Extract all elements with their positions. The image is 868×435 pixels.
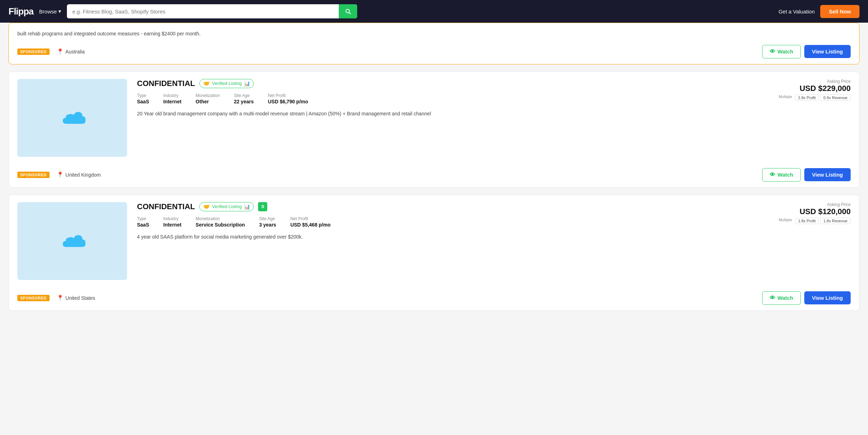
sponsored-badge-0: SPONSORED xyxy=(17,172,50,178)
listing-card-0: CONFIDENTIAL 🤝 Verified Listing 📊 Type S… xyxy=(8,71,860,188)
meta-industry-1: Industry Internet xyxy=(163,216,181,228)
location-icon: 📍 xyxy=(57,48,64,55)
footer-left-0: SPONSORED 📍 United Kingdom xyxy=(17,171,101,178)
meta-industry-0: Industry Internet xyxy=(163,93,181,104)
watch-button-0[interactable]: 👁 Watch xyxy=(762,168,800,182)
eye-icon-0: 👁 xyxy=(770,172,775,178)
sponsored-badge: SPONSORED xyxy=(17,48,50,55)
listing-card-1: CONFIDENTIAL 🤝 Verified Listing 📊 S Type xyxy=(8,195,860,311)
mult-badge-0-0: 2.8x Profit xyxy=(795,95,819,101)
meta-net-profit-0: Net Profit USD $6,790 p/mo xyxy=(268,93,308,104)
card-body-0: CONFIDENTIAL 🤝 Verified Listing 📊 Type S… xyxy=(9,72,859,164)
search-button[interactable] xyxy=(339,4,357,18)
browse-button[interactable]: Browse ▾ xyxy=(39,8,61,15)
card-meta-0: Type SaaS Industry Internet Monetization… xyxy=(137,93,308,104)
card-image-0 xyxy=(17,79,127,157)
search-wrapper xyxy=(67,4,357,18)
meta-site-age-0: Site Age 22 years xyxy=(234,93,254,104)
sell-button[interactable]: Sell Now xyxy=(820,5,860,18)
asking-price-section-1: Asking Price USD $120,000 Multiple 1.8x … xyxy=(772,202,851,224)
card-meta-row-0: CONFIDENTIAL 🤝 Verified Listing 📊 Type S… xyxy=(137,79,851,110)
verified-badge-1: 🤝 Verified Listing 📊 xyxy=(199,202,254,211)
card-title-0: CONFIDENTIAL xyxy=(137,79,195,88)
card-footer-0: SPONSORED 📍 United Kingdom 👁 Watch View … xyxy=(9,164,859,187)
card-body-1: CONFIDENTIAL 🤝 Verified Listing 📊 S Type xyxy=(9,195,859,287)
card-title-1: CONFIDENTIAL xyxy=(137,202,195,211)
card-meta-row-1: CONFIDENTIAL 🤝 Verified Listing 📊 S Type xyxy=(137,202,851,233)
valuation-button[interactable]: Get a Valuation xyxy=(778,8,815,15)
card-title-row-0: CONFIDENTIAL 🤝 Verified Listing 📊 xyxy=(137,79,308,88)
card-title-row-1: CONFIDENTIAL 🤝 Verified Listing 📊 S xyxy=(137,202,331,211)
card-description-0: 20 Year old brand management company wit… xyxy=(137,110,851,118)
card-meta-1: Type SaaS Industry Internet Monetization… xyxy=(137,216,331,228)
mult-badge-0-1: 0.9x Revenue xyxy=(820,95,851,101)
footer-right-0: 👁 Watch View Listing xyxy=(762,168,851,182)
watch-button-1[interactable]: 👁 Watch xyxy=(762,291,800,305)
card-content-0: CONFIDENTIAL 🤝 Verified Listing 📊 Type S… xyxy=(137,79,851,157)
cloud-image-0 xyxy=(55,105,90,130)
view-listing-button-0[interactable]: View Listing xyxy=(804,168,851,181)
cloud-image-1 xyxy=(55,229,90,253)
multiple-badges-1: Multiple 1.8x Profit 1.8x Revenue xyxy=(779,218,851,224)
meta-type-0: Type SaaS xyxy=(137,93,149,104)
search-input[interactable] xyxy=(67,5,339,18)
location-1: 📍 United States xyxy=(57,294,95,301)
mult-badge-1-1: 1.8x Revenue xyxy=(820,218,851,224)
location-0: 📍 United Kingdom xyxy=(57,171,101,178)
verified-icon-1: 🤝 xyxy=(203,204,210,210)
stats-icon-0: 📊 xyxy=(244,81,250,86)
sponsored-badge-1: SPONSORED xyxy=(17,295,50,301)
verified-badge-0: 🤝 Verified Listing 📊 xyxy=(199,79,254,88)
mult-badge-1-0: 1.8x Profit xyxy=(795,218,819,224)
flippa-logo: Flippa xyxy=(8,6,34,17)
card-content-1: CONFIDENTIAL 🤝 Verified Listing 📊 S Type xyxy=(137,202,851,280)
eye-icon-1: 👁 xyxy=(770,295,775,301)
location-icon-0: 📍 xyxy=(57,171,64,178)
meta-monetization-1: Monetization Service Subscription xyxy=(196,216,245,228)
meta-monetization-0: Monetization Other xyxy=(196,93,220,104)
footer-left: SPONSORED 📍 Australia xyxy=(17,48,85,55)
stats-icon-1: 📊 xyxy=(244,204,250,210)
square-badge-1: S xyxy=(258,202,267,211)
asking-price-section-0: Asking Price USD $229,000 Multiple 2.8x … xyxy=(772,79,851,101)
card-image-1 xyxy=(17,202,127,280)
main-content: built rehab programs and integrated outc… xyxy=(0,23,868,326)
footer-right-1: 👁 Watch View Listing xyxy=(762,291,851,305)
footer-left-1: SPONSORED 📍 United States xyxy=(17,294,95,301)
meta-site-age-1: Site Age 3 years xyxy=(259,216,276,228)
meta-net-profit-1: Net Profit USD $5,468 p/mo xyxy=(290,216,331,228)
top-listing-card: built rehab programs and integrated outc… xyxy=(8,23,860,64)
multiple-badges-0: Multiple 2.8x Profit 0.9x Revenue xyxy=(779,95,851,101)
search-icon xyxy=(344,8,352,15)
card-description-1: 4 year old SAAS platform for social medi… xyxy=(137,233,851,241)
watch-button-top[interactable]: 👁 Watch xyxy=(762,45,800,58)
top-card-description: built rehab programs and integrated outc… xyxy=(17,30,851,38)
location-icon-1: 📍 xyxy=(57,294,64,301)
view-listing-button-1[interactable]: View Listing xyxy=(804,291,851,304)
meta-type-1: Type SaaS xyxy=(137,216,149,228)
view-listing-button-top[interactable]: View Listing xyxy=(804,45,851,58)
verified-icon-0: 🤝 xyxy=(203,80,210,87)
footer-right: 👁 Watch View Listing xyxy=(762,45,851,58)
card-footer-1: SPONSORED 📍 United States 👁 Watch View L… xyxy=(9,287,859,310)
eye-icon: 👁 xyxy=(770,48,775,55)
location: 📍 Australia xyxy=(57,48,85,55)
header-right: Get a Valuation Sell Now xyxy=(778,5,860,18)
